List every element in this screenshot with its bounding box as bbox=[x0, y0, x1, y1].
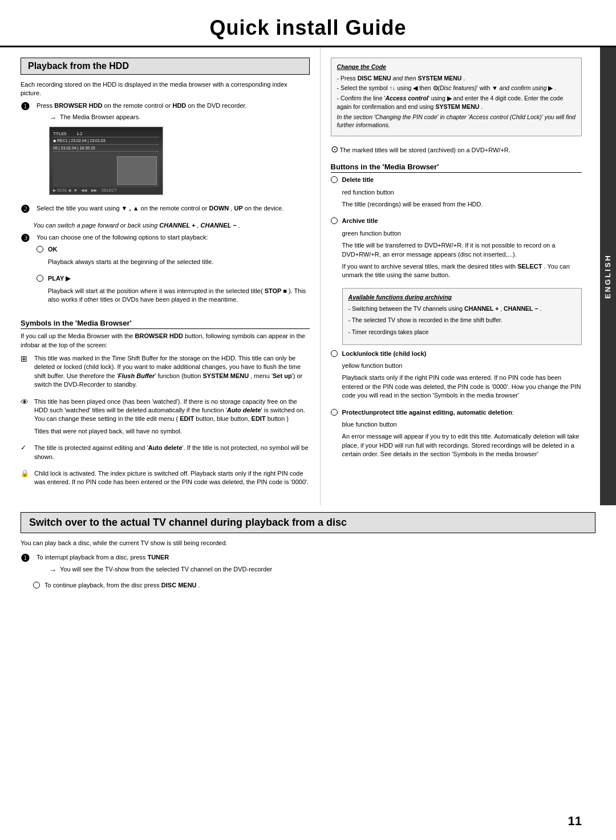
page-number: 11 bbox=[568, 814, 582, 829]
dvd-thumb-img bbox=[117, 156, 157, 185]
sym4-text: Child lock is activated. The index pictu… bbox=[34, 469, 310, 487]
cc4: In the section 'Changing the PIN code' i… bbox=[337, 113, 576, 129]
ok-label: OK bbox=[48, 245, 310, 254]
ok-content: OK Playback always starts at the beginni… bbox=[48, 245, 310, 270]
step1: ❶ Press BROWSER HDD on the remote contro… bbox=[21, 102, 310, 200]
italic-note: You can switch a page forward or back us… bbox=[33, 221, 310, 230]
step3: ❸ You can choose one of the following op… bbox=[21, 233, 310, 312]
protect-bullet bbox=[331, 409, 338, 416]
archive-icon: ⊙ bbox=[331, 144, 338, 154]
bottom-section-title: Switch over to the actual TV channel dur… bbox=[21, 512, 595, 533]
lock-sub: yellow function button bbox=[342, 362, 582, 370]
bottom-step1: ❶ To interrupt playback from a disc, pre… bbox=[21, 553, 595, 576]
archive-item: Archive title green function button The … bbox=[331, 217, 582, 283]
english-label: ENGLISH bbox=[603, 254, 612, 299]
sym2-text2: Titles that were not played back, will h… bbox=[34, 427, 310, 436]
sym1-item: ⊞ This title was marked in the Time Shif… bbox=[21, 354, 310, 393]
lock-bullet bbox=[331, 350, 338, 357]
play-desc: Playback will start at the position wher… bbox=[48, 287, 310, 305]
avail3: - Timer recordings takes place bbox=[348, 328, 576, 336]
section1-title: Playback from the HDD bbox=[21, 58, 310, 75]
play-label: PLAY ▶ bbox=[48, 274, 310, 283]
bottom-arrow1-text: You will see the TV-show from the select… bbox=[60, 566, 272, 573]
protect-desc: An error message will appear if you try … bbox=[342, 432, 582, 458]
step1-arrow-text: The Media Browser appears. bbox=[60, 113, 140, 120]
delete-desc: The tiltle (recordings) will be erased f… bbox=[342, 200, 582, 209]
page-header: Quick install Guide bbox=[0, 0, 616, 47]
dvd-image-inner: TITLES 1-2 ◆ REC1 | 23.02.04 | 13:01:03 … bbox=[50, 127, 163, 194]
step1-text: Press BROWSER HDD on the remote control … bbox=[37, 102, 310, 110]
bottom-bullet1: To continue playback, from the disc pres… bbox=[33, 581, 595, 593]
bottom-step1-content: To interrupt playback from a disc, press… bbox=[37, 553, 595, 576]
lock-content: Lock/unlock title (child lock) yellow fu… bbox=[342, 350, 582, 404]
main-content: Playback from the HDD Each recording sto… bbox=[0, 47, 616, 505]
avail-title: Available functions during archiving bbox=[348, 293, 576, 302]
cc3: - Confirm the line 'Access control' usin… bbox=[337, 94, 576, 111]
archive-title: Archive title bbox=[342, 217, 582, 225]
archive-desc1: The title will be transferred to DVD+RW/… bbox=[342, 241, 582, 259]
step1-content: Press BROWSER HDD on the remote control … bbox=[37, 102, 310, 200]
english-sidebar: ENGLISH bbox=[600, 47, 616, 505]
dvd-screenshot: TITLES 1-2 ◆ REC1 | 23.02.04 | 13:01:03 … bbox=[49, 127, 163, 195]
bottom-section: Switch over to the actual TV channel dur… bbox=[0, 505, 616, 607]
step2-text: Select the title you want using ▼ , ▲ on… bbox=[37, 204, 310, 213]
section1-intro: Each recording stored on the HDD is disp… bbox=[21, 80, 310, 98]
page: Quick install Guide Playback from the HD… bbox=[0, 0, 616, 840]
sym4-item: 🔒 Child lock is activated. The index pic… bbox=[21, 469, 310, 490]
play-bullet bbox=[37, 275, 43, 282]
bottom-step1-num: ❶ bbox=[21, 552, 33, 565]
bottom-arrow1: → You will see the TV-show from the sele… bbox=[49, 566, 595, 574]
sym1-icon: ⊞ bbox=[21, 354, 31, 363]
cc1: - Press DISC MENU and then SYSTEM MENU . bbox=[337, 74, 576, 83]
step3-number: ❸ bbox=[21, 232, 33, 245]
sym3-text: The title is protected against editing a… bbox=[34, 444, 310, 461]
protect-item: Protect/unprotect title against editing,… bbox=[331, 408, 582, 462]
symbols-list: ⊞ This title was marked in the Time Shif… bbox=[21, 354, 310, 490]
sym3-icon: ✓ bbox=[21, 444, 31, 452]
sym2-content: This title has been played once (has bee… bbox=[34, 397, 310, 440]
delete-content: Delete title red function button The til… bbox=[342, 176, 582, 212]
delete-item: Delete title red function button The til… bbox=[331, 176, 582, 212]
dvd-bottom-bar: ▶ 01/01 ◀ ■ ◀◀ ▶▶ SELECT bbox=[53, 187, 159, 194]
archive-desc2: If you want to archive several titles, m… bbox=[342, 262, 582, 280]
step3-text: You can choose one of the following opti… bbox=[37, 233, 310, 242]
arrow-icon: → bbox=[49, 113, 56, 122]
sym1-text: This title was marked in the Time Shift … bbox=[34, 354, 310, 389]
buttons-section-title: Buttons in the 'Media Browser' bbox=[331, 163, 582, 173]
protect-sub: blue function button bbox=[342, 420, 582, 429]
delete-bullet bbox=[331, 176, 338, 183]
delete-sub: red function button bbox=[342, 188, 582, 197]
lock-title: Lock/unlock title (child lock) bbox=[342, 350, 582, 358]
change-code-box: Change the Code - Press DISC MENU and th… bbox=[331, 58, 582, 136]
ok-item: OK Playback always starts at the beginni… bbox=[37, 245, 310, 270]
step3-content: You can choose one of the following opti… bbox=[37, 233, 310, 312]
sym2-text: This title has been played once (has bee… bbox=[34, 397, 310, 424]
change-code-title: Change the Code bbox=[337, 63, 576, 72]
avail-box: Available functions during archiving - S… bbox=[342, 288, 582, 345]
lock-desc: Playback starts only if the right PIN co… bbox=[342, 374, 582, 400]
bottom-intro: You can play back a disc, while the curr… bbox=[21, 539, 595, 547]
ok-desc: Playback always starts at the beginning … bbox=[48, 258, 310, 266]
bottom-arrow1-icon: → bbox=[49, 566, 56, 574]
protect-title: Protect/unprotect title against editing,… bbox=[342, 408, 582, 417]
protect-content: Protect/unprotect title against editing,… bbox=[342, 408, 582, 462]
sym2-item: 👁 This title has been played once (has b… bbox=[21, 397, 310, 440]
dvd-row-2: ◆ REC1 | 23.02.04 | 13:01:03 bbox=[53, 137, 159, 145]
step2: ❷ Select the title you want using ▼ , ▲ … bbox=[21, 204, 310, 216]
step1-number: ❶ bbox=[21, 100, 33, 113]
symbols-intro: If you call up the Media Browser with th… bbox=[21, 332, 310, 350]
bottom-step1-text: To interrupt playback from a disc, press… bbox=[37, 553, 595, 562]
bottom-bullet1-text: To continue playback, from the disc pres… bbox=[44, 581, 200, 590]
page-title: Quick install Guide bbox=[0, 16, 616, 40]
archive-content: Archive title green function button The … bbox=[342, 217, 582, 283]
archive-note: ⊙ The marked titles will be stored (arch… bbox=[331, 143, 582, 156]
archive-sub: green function button bbox=[342, 229, 582, 238]
bottom-bullet1-circle bbox=[33, 582, 40, 589]
dvd-row-3: 05 | 23.02.04 | 18:35:15 bbox=[53, 145, 159, 152]
ok-bullet bbox=[37, 246, 43, 253]
play-content: PLAY ▶ Playback will start at the positi… bbox=[48, 274, 310, 307]
delete-title: Delete title bbox=[342, 176, 582, 184]
lock-item: Lock/unlock title (child lock) yellow fu… bbox=[331, 350, 582, 404]
sym2-icon: 👁 bbox=[21, 397, 31, 407]
step2-number: ❷ bbox=[21, 203, 33, 216]
